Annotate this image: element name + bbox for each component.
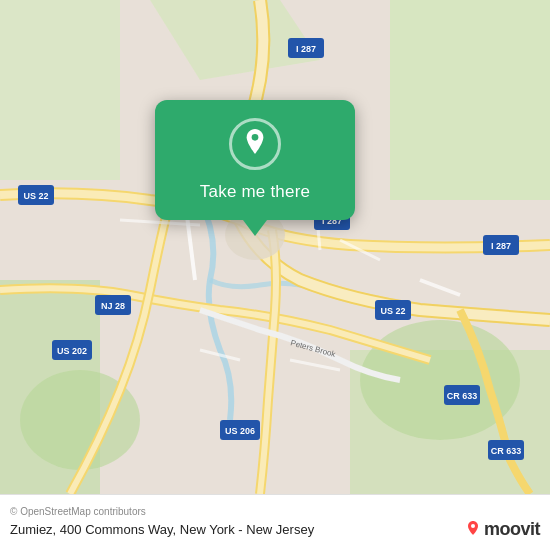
location-text: Zumiez, 400 Commons Way, New York - New … bbox=[10, 522, 314, 537]
popup-icon-circle bbox=[229, 118, 281, 170]
bottom-bar: © OpenStreetMap contributors Zumiez, 400… bbox=[0, 494, 550, 550]
moovit-logo: moovit bbox=[465, 519, 540, 540]
location-pin-icon bbox=[240, 129, 270, 159]
svg-text:US 22: US 22 bbox=[380, 306, 405, 316]
svg-text:US 206: US 206 bbox=[225, 426, 255, 436]
svg-point-37 bbox=[252, 134, 259, 141]
take-me-there-button[interactable]: Take me there bbox=[200, 180, 310, 204]
svg-text:US 22: US 22 bbox=[23, 191, 48, 201]
moovit-wordmark: moovit bbox=[484, 519, 540, 540]
svg-text:I 287: I 287 bbox=[491, 241, 511, 251]
map-background: I 287 US 22 US 22 I 287 I 287 NJ 28 US 2… bbox=[0, 0, 550, 494]
location-line: Zumiez, 400 Commons Way, New York - New … bbox=[10, 519, 540, 540]
popup-card: Take me there bbox=[155, 100, 355, 220]
svg-text:CR 633: CR 633 bbox=[491, 446, 522, 456]
svg-text:US 202: US 202 bbox=[57, 346, 87, 356]
svg-rect-2 bbox=[390, 0, 550, 200]
copyright-text: © OpenStreetMap contributors bbox=[10, 506, 540, 517]
svg-text:I 287: I 287 bbox=[296, 44, 316, 54]
svg-text:CR 633: CR 633 bbox=[447, 391, 478, 401]
map-container[interactable]: I 287 US 22 US 22 I 287 I 287 NJ 28 US 2… bbox=[0, 0, 550, 494]
svg-rect-1 bbox=[0, 0, 120, 180]
svg-text:NJ 28: NJ 28 bbox=[101, 301, 125, 311]
moovit-pin-icon bbox=[465, 521, 481, 537]
svg-point-38 bbox=[471, 524, 475, 528]
